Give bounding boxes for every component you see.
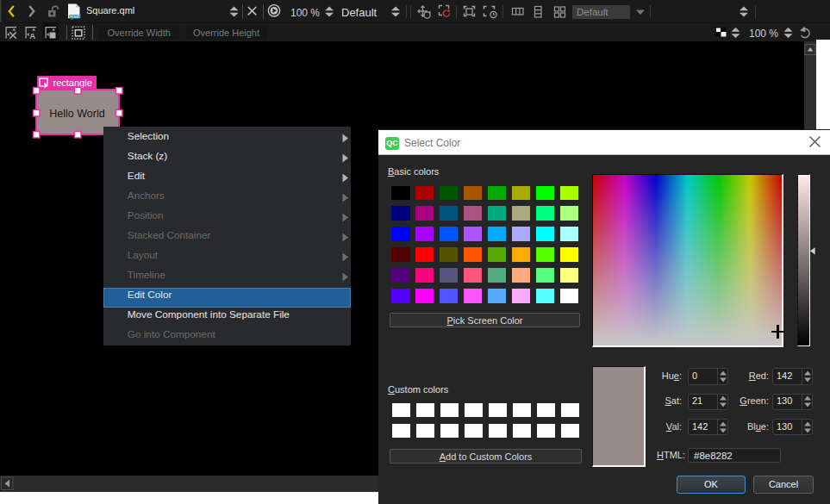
- svg-text:qml: qml: [69, 12, 81, 20]
- svg-text:A: A: [29, 31, 35, 40]
